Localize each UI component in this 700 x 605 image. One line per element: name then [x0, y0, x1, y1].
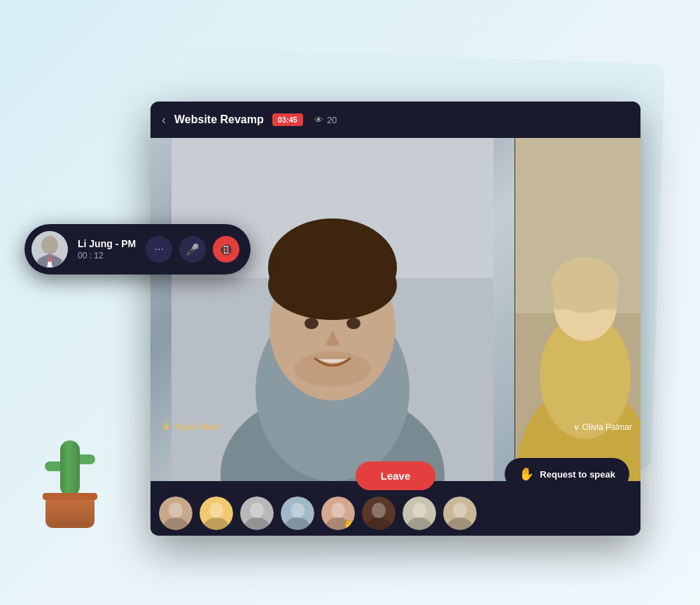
video-area: ♛ Ryan West: [150, 138, 640, 481]
call-duration: 00 : 12: [78, 251, 136, 260]
svg-point-10: [294, 352, 371, 387]
more-options-button[interactable]: ···: [146, 236, 172, 263]
viewers-number: 20: [327, 115, 337, 125]
participant-thumbnail[interactable]: [200, 496, 233, 530]
svg-point-8: [304, 318, 318, 329]
svg-point-31: [331, 503, 345, 518]
call-widget: Li Jung - PM 00 : 12 ··· 🎤 📵: [24, 224, 251, 274]
header-bar: ‹ Website Revamp 03:45 👁 20: [150, 102, 640, 138]
main-speaker-label: ♛ Ryan West: [162, 421, 219, 432]
call-controls: ··· 🎤 📵: [146, 236, 239, 263]
eye-icon: 👁: [314, 115, 323, 125]
crown-icon: ♛: [162, 421, 171, 432]
viewers-count: 👁 20: [314, 115, 337, 125]
side-speaker-label: ∨ Olivia Palmar: [573, 422, 632, 432]
side-video-panel: ∨ Olivia Palmar: [514, 138, 640, 481]
back-button[interactable]: ‹: [162, 113, 166, 127]
video-call-window: ‹ Website Revamp 03:45 👁 20: [150, 102, 640, 536]
participant-thumbnail[interactable]: [362, 496, 396, 530]
participants-strip: ✋: [150, 490, 640, 536]
mic-icon: 🎤: [186, 243, 200, 256]
main-speaker-name: Ryan West: [175, 422, 219, 432]
caller-avatar: [31, 231, 68, 267]
svg-point-43: [41, 236, 58, 254]
svg-point-34: [372, 503, 386, 518]
svg-point-7: [268, 250, 397, 320]
side-speaker-chevron: ∨: [573, 422, 580, 432]
svg-point-9: [346, 318, 360, 329]
participant-thumbnail[interactable]: [240, 496, 274, 530]
svg-point-40: [453, 503, 467, 518]
svg-point-28: [290, 503, 304, 518]
svg-point-22: [209, 503, 223, 518]
svg-rect-17: [554, 274, 617, 310]
participant-thumbnail[interactable]: [443, 496, 477, 530]
timer-badge: 03:45: [272, 113, 303, 126]
end-call-icon: 📵: [219, 243, 233, 256]
main-video-panel: ♛ Ryan West: [150, 138, 514, 481]
end-call-button[interactable]: 📵: [213, 236, 239, 263]
participant-thumbnail[interactable]: [159, 496, 192, 530]
caller-name: Li Jung - PM: [78, 238, 136, 249]
participant-thumbnail[interactable]: [281, 496, 314, 530]
leave-button[interactable]: Leave: [356, 461, 436, 490]
side-speaker-name: Olivia Palmar: [582, 422, 632, 432]
svg-point-25: [250, 503, 264, 518]
meeting-title: Website Revamp: [174, 113, 264, 126]
participant-thumbnail[interactable]: [402, 496, 436, 530]
caller-info: Li Jung - PM 00 : 12: [78, 238, 136, 260]
mute-button[interactable]: 🎤: [179, 236, 206, 263]
participant-thumbnail[interactable]: ✋: [321, 496, 355, 530]
svg-point-19: [169, 503, 183, 518]
cactus-decoration: [46, 440, 94, 528]
svg-point-37: [412, 503, 426, 518]
dots-icon: ···: [155, 243, 164, 256]
